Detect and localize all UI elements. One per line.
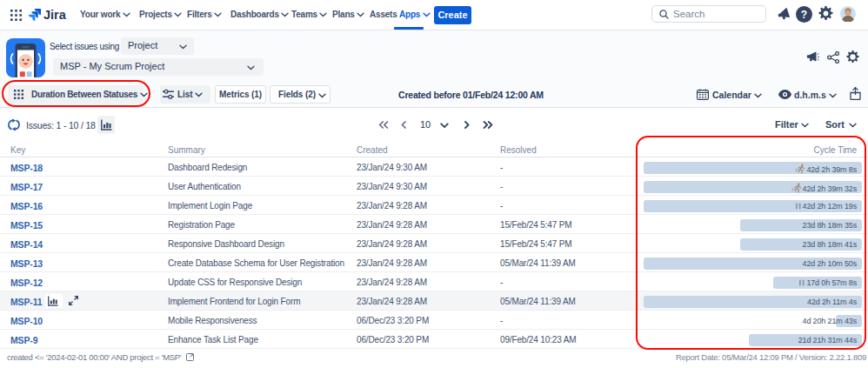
svg-text:?: ?: [801, 9, 807, 21]
